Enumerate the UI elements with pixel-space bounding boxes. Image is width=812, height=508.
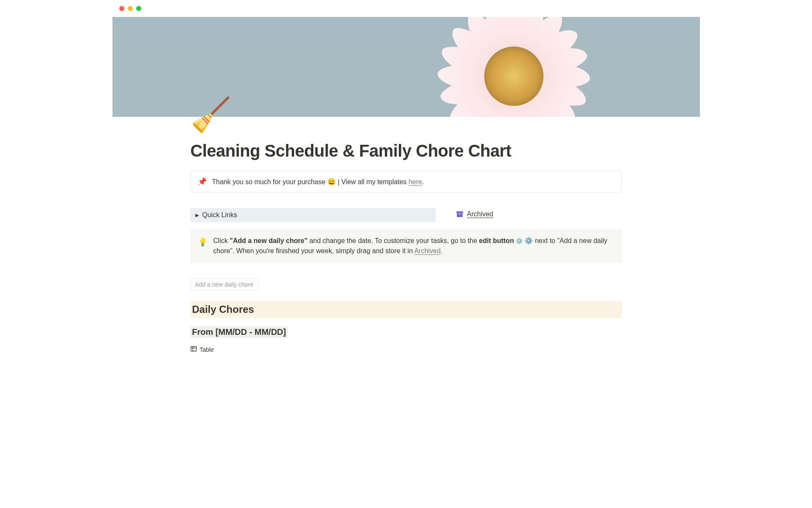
archive-box-icon: [456, 210, 464, 218]
thanks-text-after: .: [422, 178, 424, 185]
quick-links-toggle[interactable]: ▶ Quick Links: [190, 208, 436, 222]
gear-icon: ⚙️: [514, 237, 523, 244]
lightbulb-icon: 💡: [198, 237, 207, 256]
table-view-tab[interactable]: Table: [190, 345, 214, 353]
window-titlebar: [112, 0, 700, 17]
svg-rect-2: [459, 214, 461, 215]
date-range-subheading[interactable]: From [MM/DD - MM/DD]: [190, 326, 288, 338]
svg-rect-1: [457, 213, 463, 217]
thanks-callout: 📌 Thank you so much for your purchase 😄 …: [190, 171, 622, 193]
page-icon[interactable]: 🧹: [190, 98, 622, 131]
thanks-text-before: Thank you so much for your purchase 😄 | …: [212, 178, 409, 185]
svg-rect-0: [456, 211, 463, 213]
table-view-label: Table: [200, 346, 214, 353]
archived-link[interactable]: Archived: [456, 210, 493, 218]
tip-bold-edit: edit button: [479, 237, 514, 244]
maximize-window-button[interactable]: [136, 6, 141, 11]
thanks-text: Thank you so much for your purchase 😄 | …: [212, 178, 424, 186]
tip-text: Click "Add a new daily chore" and change…: [213, 236, 614, 256]
svg-rect-3: [191, 347, 197, 351]
page-content: 🧹 Cleaning Schedule & Family Chore Chart…: [152, 117, 660, 354]
tip-bold-add: "Add a new daily chore": [230, 237, 307, 244]
close-window-button[interactable]: [119, 6, 124, 11]
templates-link[interactable]: here: [409, 178, 422, 185]
tip-callout: 💡 Click "Add a new daily chore" and chan…: [190, 229, 622, 263]
quick-links-label: Quick Links: [202, 211, 237, 219]
minimize-window-button[interactable]: [128, 6, 133, 11]
daily-chores-heading[interactable]: Daily Chores: [190, 301, 622, 318]
pushpin-icon: 📌: [198, 177, 207, 186]
table-icon: [190, 345, 197, 353]
add-daily-chore-button[interactable]: Add a new daily chore: [190, 278, 258, 291]
page-title[interactable]: Cleaning Schedule & Family Chore Chart: [190, 141, 622, 160]
toggle-icon: ▶: [195, 213, 199, 218]
archived-label: Archived: [467, 210, 493, 218]
archived-inline-link[interactable]: Archived: [414, 247, 441, 254]
